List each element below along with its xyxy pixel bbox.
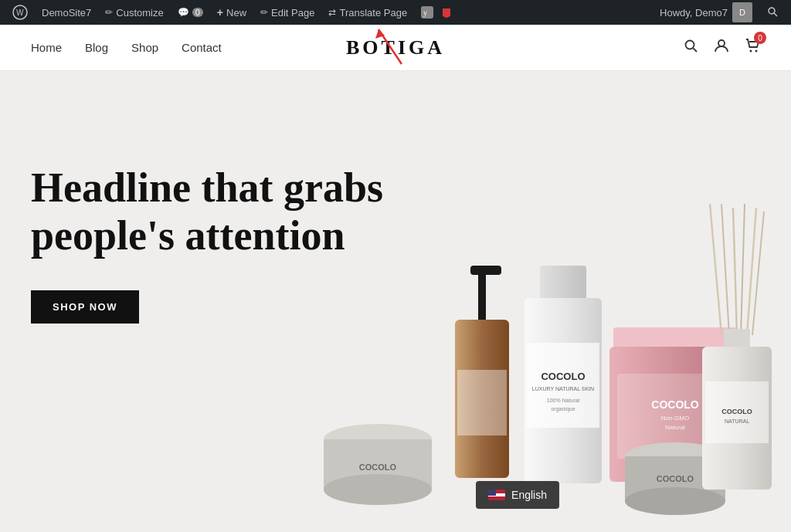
svg-point-11 bbox=[718, 40, 725, 46]
comments-button[interactable]: 💬 0 bbox=[171, 0, 209, 25]
svg-text:COCOLO: COCOLO bbox=[657, 474, 694, 483]
wp-logo-button[interactable]: W bbox=[6, 0, 34, 25]
svg-text:Non-GMO: Non-GMO bbox=[661, 415, 689, 422]
flag-icon bbox=[488, 490, 505, 500]
comments-icon: 💬 bbox=[178, 7, 189, 18]
svg-line-42 bbox=[741, 204, 745, 335]
svg-rect-24 bbox=[527, 343, 599, 428]
svg-text:NATURAL: NATURAL bbox=[725, 418, 749, 424]
admin-bar: W DemoSite7 ✏ Customize 💬 0 + New ✏ Edit… bbox=[0, 0, 791, 25]
svg-point-4 bbox=[443, 10, 450, 18]
site-nav: Home Blog Shop Contact bbox=[31, 41, 222, 54]
nav-home[interactable]: Home bbox=[31, 41, 62, 54]
customize-button[interactable]: ✏ Customize bbox=[99, 0, 169, 25]
search-icon bbox=[683, 38, 698, 53]
hero-section: Headline that grabs people's attention S… bbox=[0, 71, 791, 532]
svg-text:W: W bbox=[16, 8, 24, 17]
cart-badge: 0 bbox=[754, 32, 766, 44]
svg-rect-21 bbox=[457, 370, 507, 435]
admin-search-button[interactable] bbox=[760, 5, 785, 20]
svg-text:100% Natural: 100% Natural bbox=[547, 398, 580, 403]
svg-point-9 bbox=[686, 41, 694, 49]
nav-shop[interactable]: Shop bbox=[131, 41, 158, 54]
svg-text:y: y bbox=[423, 8, 427, 17]
svg-rect-19 bbox=[478, 275, 486, 321]
svg-point-16 bbox=[324, 474, 432, 505]
language-switcher[interactable]: English bbox=[476, 481, 559, 509]
product-small-tin-front: COCOLO bbox=[320, 420, 436, 513]
language-label: English bbox=[511, 489, 547, 501]
translate-icon: ⇄ bbox=[328, 7, 336, 18]
site-logo[interactable]: BOTIGA bbox=[346, 36, 445, 59]
site-name-label: DemoSite7 bbox=[42, 7, 91, 19]
customize-label: Customize bbox=[116, 7, 163, 19]
svg-line-10 bbox=[694, 49, 698, 53]
svg-rect-22 bbox=[540, 266, 586, 300]
translate-page-label: Translate Page bbox=[339, 7, 407, 19]
svg-text:COCOLO: COCOLO bbox=[651, 398, 699, 411]
svg-rect-18 bbox=[470, 266, 501, 275]
site-name-button[interactable]: DemoSite7 bbox=[36, 0, 97, 25]
edit-page-label: Edit Page bbox=[271, 7, 314, 19]
hero-headline: Headline that grabs people's attention bbox=[31, 164, 463, 259]
svg-text:LUXURY NATURAL SKIN: LUXURY NATURAL SKIN bbox=[532, 386, 594, 391]
edit-pencil-icon: ✏ bbox=[260, 7, 268, 18]
svg-line-40 bbox=[721, 204, 729, 335]
svg-text:COCOLO: COCOLO bbox=[541, 371, 585, 382]
translate-page-button[interactable]: ⇄ Translate Page bbox=[322, 0, 413, 25]
search-icon-button[interactable] bbox=[683, 38, 698, 57]
new-label: New bbox=[226, 7, 246, 19]
svg-text:Natural: Natural bbox=[665, 424, 685, 431]
shop-now-button[interactable]: SHOP NOW bbox=[31, 290, 139, 324]
yoast-icon: y bbox=[421, 6, 433, 19]
svg-point-12 bbox=[750, 50, 752, 53]
comment-count: 0 bbox=[192, 8, 203, 17]
svg-line-39 bbox=[710, 204, 721, 335]
nav-blog[interactable]: Blog bbox=[85, 41, 108, 54]
site-header: Home Blog Shop Contact BOTIGA bbox=[0, 25, 791, 71]
new-plus-icon: + bbox=[217, 6, 223, 19]
howdy-menu[interactable]: Howdy, Demo7 D bbox=[654, 2, 759, 22]
product-reed-diffuser: COCOLO NATURAL bbox=[694, 204, 779, 497]
hero-text-block: Headline that grabs people's attention S… bbox=[31, 164, 463, 324]
svg-text:COCOLO: COCOLO bbox=[359, 463, 397, 472]
account-icon-button[interactable] bbox=[714, 38, 729, 57]
svg-point-5 bbox=[769, 8, 775, 14]
product-lotion-bottle: COCOLO LUXURY NATURAL SKIN 100% Natural … bbox=[521, 235, 606, 490]
wordpress-icon: W bbox=[12, 5, 28, 20]
nav-contact[interactable]: Contact bbox=[182, 41, 222, 54]
cart-icon-button[interactable]: 0 bbox=[745, 38, 760, 57]
svg-line-6 bbox=[774, 13, 777, 16]
svg-point-13 bbox=[755, 50, 758, 53]
admin-search-icon bbox=[766, 5, 779, 18]
new-button[interactable]: + New bbox=[211, 0, 253, 25]
edit-page-button[interactable]: ✏ Edit Page bbox=[254, 0, 321, 25]
svg-text:organique: organique bbox=[551, 406, 575, 412]
user-avatar: D bbox=[732, 2, 752, 22]
svg-text:COCOLO: COCOLO bbox=[721, 408, 752, 415]
howdy-label: Howdy, Demo7 bbox=[660, 7, 728, 19]
svg-line-41 bbox=[733, 208, 737, 335]
user-icon bbox=[714, 38, 729, 53]
customize-icon: ✏ bbox=[105, 7, 113, 18]
header-icons: 0 bbox=[683, 38, 760, 57]
yoast-button[interactable]: y bbox=[415, 0, 440, 25]
notification-dot bbox=[443, 8, 450, 16]
